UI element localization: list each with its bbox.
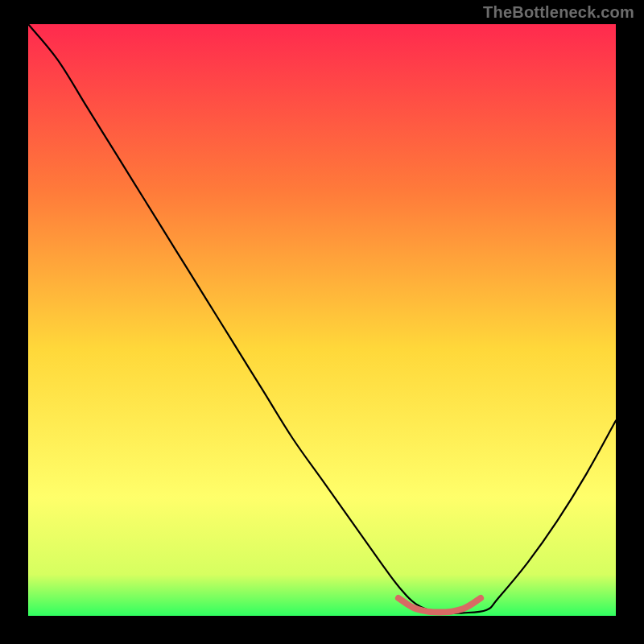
chart-frame: TheBottleneck.com — [0, 0, 644, 644]
plot-area — [28, 24, 616, 616]
chart-svg — [28, 24, 616, 616]
gradient-background — [28, 24, 616, 616]
watermark-text: TheBottleneck.com — [483, 3, 634, 22]
